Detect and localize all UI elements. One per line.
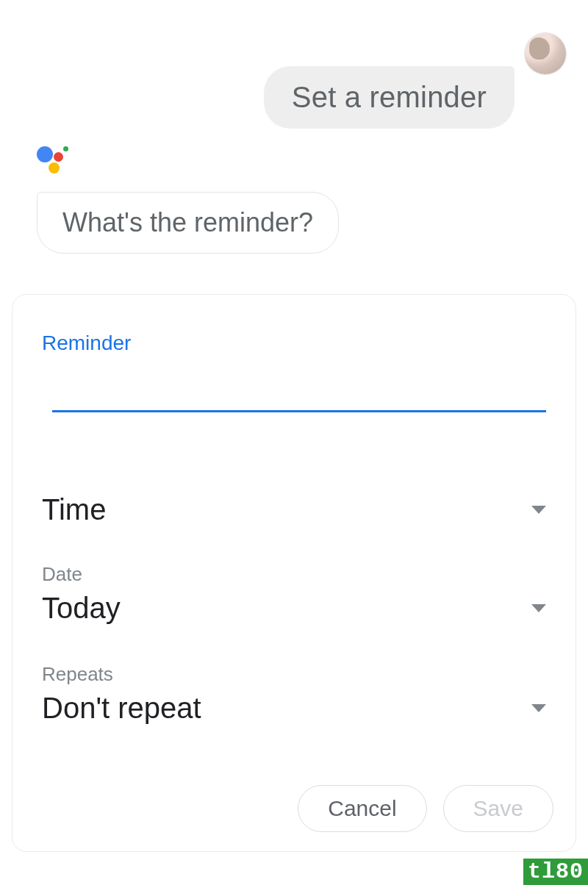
chevron-down-icon xyxy=(531,506,546,514)
chevron-down-icon xyxy=(531,704,546,712)
time-group: Time xyxy=(42,493,546,526)
assistant-message-bubble: What's the reminder? xyxy=(37,192,339,254)
assistant-logo-row xyxy=(0,145,588,174)
user-avatar-icon[interactable] xyxy=(525,33,566,74)
repeats-value: Don't repeat xyxy=(42,692,201,725)
date-group: Date Today xyxy=(42,563,546,625)
cancel-button-label: Cancel xyxy=(328,796,396,820)
save-button[interactable]: Save xyxy=(443,785,553,832)
time-selector[interactable]: Time xyxy=(42,493,546,526)
card-footer: Cancel Save xyxy=(298,785,553,832)
repeats-selector[interactable]: Don't repeat xyxy=(42,692,546,725)
reminder-card: Reminder Time Date Today Repeats Don't r… xyxy=(12,294,576,852)
google-assistant-icon xyxy=(37,145,71,174)
user-message-bubble: Set a reminder xyxy=(264,66,514,129)
user-message-text: Set a reminder xyxy=(292,81,487,113)
time-value: Time xyxy=(42,493,106,526)
cancel-button[interactable]: Cancel xyxy=(298,785,426,832)
reminder-input-group: Reminder xyxy=(42,332,546,412)
date-value: Today xyxy=(42,592,121,625)
reminder-input[interactable] xyxy=(52,359,546,412)
watermark-badge: tl80 xyxy=(520,859,588,885)
chevron-down-icon xyxy=(531,604,546,612)
user-message-row: Set a reminder xyxy=(0,0,588,129)
reminder-input-label: Reminder xyxy=(42,332,546,355)
repeats-group: Repeats Don't repeat xyxy=(42,663,546,725)
date-selector[interactable]: Today xyxy=(42,592,546,625)
date-label: Date xyxy=(42,563,546,586)
assistant-message-text: What's the reminder? xyxy=(62,207,313,237)
repeats-label: Repeats xyxy=(42,663,546,686)
save-button-label: Save xyxy=(473,796,523,820)
